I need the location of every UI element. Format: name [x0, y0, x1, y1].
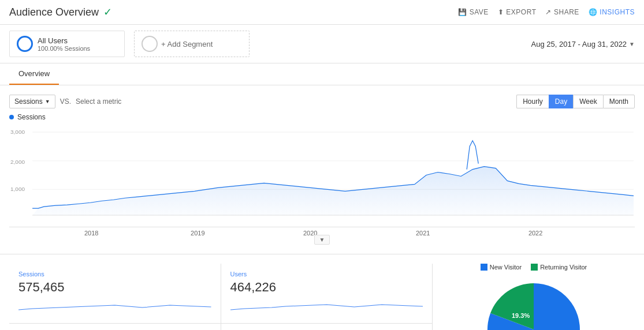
segment-info: All Users 100.00% Sessions — [38, 36, 90, 52]
metric-dropdown-arrow: ▼ — [45, 99, 50, 104]
sessions-value: 575,465 — [18, 280, 211, 295]
select-metric-label[interactable]: Select a metric — [76, 97, 121, 106]
metric-pages-per-session: Pages / Session 1.34 — [221, 324, 433, 330]
sessions-legend-label: Sessions — [17, 113, 46, 121]
sessions-label: Sessions — [18, 271, 211, 278]
tab-overview[interactable]: Overview — [9, 63, 59, 85]
export-button[interactable]: ⬆ EXPORT — [498, 8, 537, 16]
svg-text:1,000: 1,000 — [10, 186, 25, 192]
chart-year-labels: 2018 2019 2020 2021 2022 — [9, 227, 635, 232]
time-btn-hourly[interactable]: Hourly — [516, 95, 549, 108]
users-sparkline — [230, 298, 423, 314]
verified-icon: ✓ — [103, 6, 112, 18]
insights-button[interactable]: 🌐 INSIGHTS — [589, 8, 635, 16]
new-visitor-legend: New Visitor — [481, 264, 522, 271]
date-range-selector[interactable]: Aug 25, 2017 - Aug 31, 2022 ▼ — [531, 40, 635, 48]
save-button[interactable]: 💾 SAVE — [458, 8, 489, 16]
returning-visitor-color-swatch — [531, 264, 538, 271]
time-btn-month[interactable]: Month — [603, 95, 635, 108]
header-actions: 💾 SAVE ⬆ EXPORT ↗ SHARE 🌐 INSIGHTS — [458, 8, 635, 16]
time-btn-day[interactable]: Day — [549, 95, 573, 108]
segment-name: All Users — [38, 36, 90, 45]
tab-bar: Overview — [0, 63, 644, 85]
add-segment-label: + Add Segment — [161, 40, 213, 48]
new-visitor-label: New Visitor — [490, 264, 522, 271]
time-btn-week[interactable]: Week — [573, 95, 602, 108]
chart-container: 3,000 2,000 1,000 — [9, 123, 635, 227]
users-label: Users — [230, 271, 423, 278]
metric-sessions: Sessions 575,465 — [9, 264, 221, 324]
header: Audience Overview ✓ 💾 SAVE ⬆ EXPORT ↗ SH… — [0, 0, 644, 25]
metric-users: Users 464,226 — [221, 264, 433, 324]
add-segment-button[interactable]: + Add Segment — [134, 31, 250, 57]
metric-label: Sessions — [14, 97, 43, 106]
page-title: Audience Overview — [9, 6, 99, 18]
header-left: Audience Overview ✓ — [9, 6, 112, 18]
share-button[interactable]: ↗ SHARE — [545, 8, 579, 16]
sessions-sparkline — [18, 298, 211, 314]
vs-label: VS. — [60, 97, 71, 106]
chart-section: Sessions ▼ VS. Select a metric Hourly Da… — [0, 85, 644, 254]
chart-controls: Sessions ▼ VS. Select a metric Hourly Da… — [9, 95, 635, 108]
pie-chart-svg: 80.7% 19.3% — [476, 272, 591, 330]
svg-text:3,000: 3,000 — [10, 129, 25, 135]
metric-selector[interactable]: Sessions ▼ — [9, 95, 55, 108]
svg-text:19.3%: 19.3% — [512, 312, 530, 319]
collapse-button[interactable]: ▼ — [314, 235, 330, 245]
users-value: 464,226 — [230, 280, 423, 295]
export-icon: ⬆ — [498, 8, 504, 16]
time-buttons: Hourly Day Week Month — [516, 95, 635, 108]
share-icon: ↗ — [545, 8, 552, 16]
save-icon: 💾 — [458, 8, 467, 16]
collapse-arrow-container: ▼ — [9, 235, 635, 245]
segment-circle-icon — [17, 36, 33, 52]
svg-text:2,000: 2,000 — [10, 159, 25, 165]
pie-legend: New Visitor Returning Visitor — [442, 264, 626, 271]
all-users-segment[interactable]: All Users 100.00% Sessions — [9, 31, 125, 57]
returning-visitor-label: Returning Visitor — [540, 264, 587, 271]
metric-controls: Sessions ▼ VS. Select a metric — [9, 95, 121, 108]
metric-pageviews: Pageviews 768,859 — [9, 324, 221, 330]
date-range-text: Aug 25, 2017 - Aug 31, 2022 — [531, 40, 627, 48]
chart-svg: 3,000 2,000 1,000 — [9, 123, 635, 227]
pie-container: 80.7% 19.3% — [442, 278, 626, 330]
segment-sub: 100.00% Sessions — [38, 45, 90, 52]
metrics-grid: Sessions 575,465 Users 464,226 Pageviews… — [9, 264, 433, 330]
segment-bar: All Users 100.00% Sessions + Add Segment… — [0, 25, 644, 63]
chart-legend: Sessions — [9, 113, 635, 121]
metrics-right: New Visitor Returning Visitor — [433, 264, 635, 330]
metrics-section: Sessions 575,465 Users 464,226 Pageviews… — [0, 254, 644, 330]
chart-footer: 2018 2019 2020 2021 2022 ▼ — [9, 227, 635, 245]
add-segment-circle — [142, 36, 158, 52]
chevron-down-icon: ▼ — [629, 41, 635, 47]
insights-icon: 🌐 — [589, 8, 598, 16]
sessions-legend-dot — [9, 115, 14, 119]
new-visitor-color-swatch — [481, 264, 487, 271]
returning-visitor-legend: Returning Visitor — [531, 264, 587, 271]
